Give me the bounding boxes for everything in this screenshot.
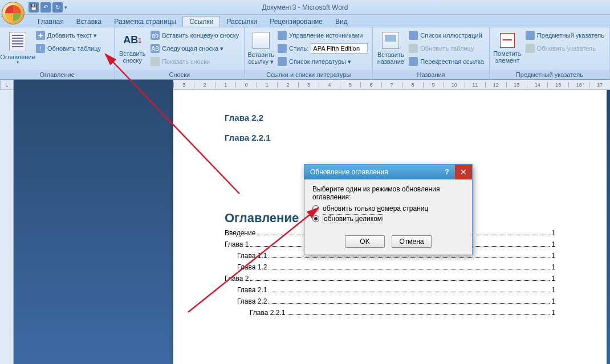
toc-text: Глава 1 <box>225 240 249 248</box>
toc-text: Глава 2.2 <box>237 297 267 305</box>
radio-update-page-numbers[interactable]: обновить только номера страниц <box>312 205 464 212</box>
dialog-close-button[interactable]: ✕ <box>455 165 472 179</box>
ribbon-group-toc: Оглавление ▾ ✚Добавить текст ▾ !Обновить… <box>0 27 115 79</box>
toc-leader <box>269 303 550 304</box>
dialog-titlebar[interactable]: Обновление оглавления ? ✕ <box>304 165 472 179</box>
tab-Разметка страницы[interactable]: Разметка страницы <box>108 17 182 27</box>
dialog-help-button[interactable]: ? <box>439 165 455 179</box>
cross-reference-button[interactable]: Перекрестная ссылка <box>406 55 486 68</box>
show-notes-icon <box>151 57 160 66</box>
figures-icon <box>409 31 418 40</box>
style-icon <box>278 44 287 53</box>
insert-index-button[interactable]: Предметный указатель <box>523 29 607 42</box>
style-label: Стиль: <box>289 45 308 52</box>
dialog-buttons: OK Отмена <box>304 231 472 255</box>
add-text-button[interactable]: ✚Добавить текст ▾ <box>34 29 103 42</box>
caption-icon <box>382 32 399 49</box>
update-table-icon: ! <box>36 44 45 53</box>
table-of-figures-button[interactable]: Список иллюстраций <box>406 29 486 42</box>
dialog-body: Выберите один из режимов обновления огла… <box>304 179 472 231</box>
radio-update-entire[interactable]: обновить целиком <box>312 215 464 223</box>
update-index-button: Обновить указатель <box>523 42 607 55</box>
toc-leader <box>269 292 550 292</box>
toc-text: Глава 1.1 <box>237 252 267 260</box>
office-button[interactable] <box>2 2 25 24</box>
index-icon <box>526 31 535 40</box>
tab-Главная[interactable]: Главная <box>31 17 70 27</box>
toc-entry: Глава 2.2.11 <box>225 309 555 317</box>
toc-page-number: 1 <box>551 309 555 317</box>
ok-button[interactable]: OK <box>345 235 385 248</box>
ribbon-group-citations: Вставить ссылку ▾ Управление источниками… <box>245 27 373 79</box>
dropdown-icon: ▾ <box>17 60 19 66</box>
toc-text: Глава 2.2.1 <box>250 309 285 317</box>
toc-text: Глава 2 <box>225 275 249 283</box>
insert-citation-button[interactable]: Вставить ссылку ▾ <box>247 28 274 68</box>
next-footnote-icon: AB <box>151 44 160 53</box>
update-toc-dialog: Обновление оглавления ? ✕ Выберите один … <box>304 164 473 255</box>
cancel-button[interactable]: Отмена <box>392 235 432 248</box>
group-label: Сноски <box>115 70 244 79</box>
toc-leader <box>269 257 550 258</box>
update-figures-button: Обновить таблицу <box>406 42 486 55</box>
radio-icon[interactable] <box>312 215 319 222</box>
footnote-icon: AB1 <box>124 33 141 48</box>
tab-Рассылки[interactable]: Рассылки <box>220 17 263 27</box>
citation-icon <box>253 32 270 49</box>
next-footnote-button[interactable]: ABСледующая сноска ▾ <box>148 42 241 55</box>
update-table-button[interactable]: !Обновить таблицу <box>34 42 103 55</box>
qat-dropdown-icon[interactable]: ▾ <box>64 5 69 10</box>
tab-Ссылки[interactable]: Ссылки <box>182 16 220 27</box>
group-label: Ссылки и списки литературы <box>245 70 372 79</box>
save-icon[interactable]: 💾 <box>29 2 39 13</box>
cross-ref-icon <box>409 57 418 66</box>
insert-endnote-button[interactable]: abВставить концевую сноску <box>148 29 241 42</box>
heading: Глава 2.2 <box>225 113 555 122</box>
mark-entry-icon <box>500 33 515 48</box>
update-index-icon <box>526 44 535 53</box>
toc-leader <box>287 314 550 315</box>
ribbon-group-footnotes: AB1 Вставить сноску abВставить концевую … <box>115 27 245 79</box>
ruler-corner: L <box>0 80 14 90</box>
group-label: Названия <box>373 70 489 79</box>
style-select[interactable] <box>311 43 368 54</box>
redo-icon[interactable]: ↻ <box>52 2 63 13</box>
insert-caption-button[interactable]: Вставить название <box>376 28 405 68</box>
vertical-ruler[interactable] <box>0 80 14 364</box>
radio-icon[interactable] <box>312 205 319 212</box>
toc-leader <box>250 280 550 281</box>
endnote-icon: ab <box>151 31 160 40</box>
dialog-title-text: Обновление оглавления <box>310 168 388 176</box>
insert-citation-label: Вставить ссылку ▾ <box>247 51 274 65</box>
toc-entry: Глава 2.21 <box>225 297 555 305</box>
toc-button[interactable]: Оглавление ▾ <box>3 28 32 68</box>
bibliography-button[interactable]: Список литературы ▾ <box>275 55 370 68</box>
add-text-icon: ✚ <box>36 31 45 40</box>
group-label: Оглавление <box>0 70 114 79</box>
citation-style-row: Стиль: <box>275 42 370 55</box>
tab-Рецензирование[interactable]: Рецензирование <box>263 17 329 27</box>
undo-icon[interactable]: ↶ <box>40 2 51 13</box>
update-figures-icon <box>409 44 418 53</box>
tab-Вид[interactable]: Вид <box>329 17 354 27</box>
quick-access-toolbar: 💾 ↶ ↻ ▾ <box>29 0 69 14</box>
tab-Вставка[interactable]: Вставка <box>70 17 108 27</box>
toc-entry: Глава 21 <box>225 275 555 283</box>
toc-text: Глава 2.1 <box>237 286 267 294</box>
mark-entry-button[interactable]: Пометить элемент <box>493 28 522 68</box>
manage-sources-button[interactable]: Управление источниками <box>275 29 370 42</box>
mark-entry-label: Пометить элемент <box>493 50 522 64</box>
toc-page-number: 1 <box>551 286 555 294</box>
horizontal-ruler[interactable]: 32101234567891011121314151617 <box>173 80 610 90</box>
toc-button-label: Оглавление <box>0 54 35 60</box>
group-label: Предметный указатель <box>490 70 609 79</box>
toc-page-number: 1 <box>551 229 555 237</box>
ribbon: Оглавление ▾ ✚Добавить текст ▾ !Обновить… <box>0 27 610 80</box>
toc-page-number: 1 <box>551 297 555 305</box>
toc-page-number: 1 <box>551 240 555 248</box>
bibliography-icon <box>278 57 287 66</box>
toc-entry: Глава 1.21 <box>225 263 555 271</box>
ribbon-group-captions: Вставить название Список иллюстраций Обн… <box>373 27 490 79</box>
insert-footnote-label: Вставить сноску <box>117 50 147 64</box>
insert-footnote-button[interactable]: AB1 Вставить сноску <box>117 28 147 68</box>
